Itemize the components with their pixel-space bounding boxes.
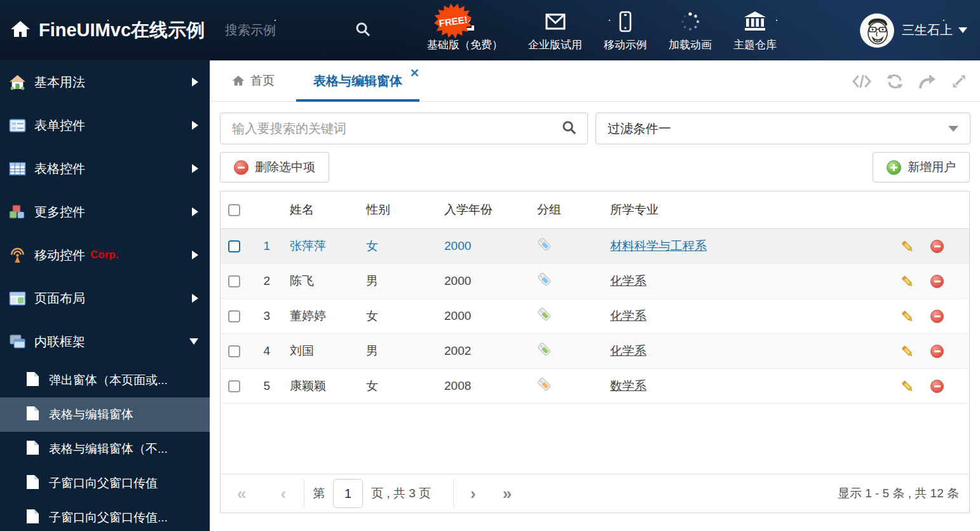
nav-mobile-demos[interactable]: 移动示例 [604,8,647,52]
cell-name: 董婷婷 [278,308,366,324]
cell-year: 2000 [444,274,537,288]
cell-gender: 男 [366,343,444,359]
major-link[interactable]: 化学系 [610,343,646,359]
nav-enterprise-trial[interactable]: 企业版试用 [528,8,582,52]
major-link[interactable]: 材料科学与工程系 [610,238,707,254]
chevron-down-icon [948,126,958,132]
column-header-year[interactable]: 入学年份 [444,202,537,218]
nav-loading-animations[interactable]: 加载动画 [669,8,712,52]
sidebar-item-grid-controls[interactable]: 表格控件 [0,147,210,190]
sidebar-item-mobile-controls[interactable]: 移动控件 Corp. [0,233,210,277]
header-search[interactable]: 搜索示例 [225,21,371,40]
sidebar-item-iframe[interactable]: 内联框架 [0,320,210,363]
tab-home[interactable]: 首页 [232,72,275,89]
user-caret-icon [958,27,967,33]
first-page-button[interactable]: « [237,485,246,502]
envelope-icon [544,8,567,35]
major-link[interactable]: 数学系 [610,378,646,394]
cell-name: 陈飞 [278,273,366,289]
table-row[interactable]: 5 康颖颖 女 2008 数学系 [221,369,969,404]
chevron-down-icon [189,338,198,345]
row-checkbox[interactable] [228,310,240,322]
delete-icon[interactable] [930,310,944,323]
edit-icon[interactable] [901,240,914,253]
cell-year: 2002 [444,344,537,358]
close-icon[interactable] [411,65,418,79]
select-all-checkbox[interactable] [228,204,240,216]
column-header-name[interactable]: 姓名 [278,202,366,218]
row-index: 3 [247,309,278,323]
grid-toolbar: 删除选中项 新增用户 [220,152,970,183]
column-header-major[interactable]: 所学专业 [610,202,880,218]
home-icon[interactable] [10,19,31,42]
share-icon[interactable] [918,73,936,90]
delete-icon[interactable] [930,380,944,393]
row-checkbox[interactable] [228,240,240,252]
major-link[interactable]: 化学系 [610,273,646,289]
filter-dropdown[interactable]: 过滤条件一 [595,113,970,144]
column-header-group[interactable]: 分组 [537,202,610,218]
table-icon [9,160,26,177]
delete-selected-button[interactable]: 删除选中项 [220,152,329,183]
home-tab-icon [232,74,245,87]
tab-bar: 首页 表格与编辑窗体 [210,60,980,102]
refresh-icon[interactable] [886,72,904,90]
row-checkbox[interactable] [228,345,240,357]
chevron-right-icon [192,294,198,303]
edit-icon[interactable] [901,275,914,288]
avatar[interactable] [860,13,894,48]
last-page-button[interactable]: » [503,485,512,502]
search-icon[interactable] [355,21,371,40]
cubes-icon [9,203,26,221]
table-row[interactable]: 3 董婷婷 女 2000 化学系 [221,299,969,334]
table-row[interactable]: 4 刘国 男 2002 化学系 [221,334,969,369]
expand-icon[interactable] [951,73,967,90]
table-row[interactable]: 1 张萍萍 女 2000 材料科学与工程系 [221,229,969,264]
file-icon [25,371,39,389]
table-row[interactable]: 2 陈飞 男 2000 化学系 [221,264,969,299]
file-icon [25,440,39,458]
sidebar-subitem-grid-edit-window[interactable]: 表格与编辑窗体 [0,397,210,432]
sidebar-subitem-child-to-parent-2[interactable]: 子窗口向父窗口传值... [0,500,210,531]
cell-gender: 女 [366,378,444,394]
page-number-input[interactable] [333,479,363,508]
keyword-search-box[interactable] [220,113,588,144]
sidebar-subitem-child-to-parent[interactable]: 子窗口向父窗口传值 [0,466,210,500]
cell-gender: 女 [366,308,444,324]
tag-icon [537,307,552,325]
sidebar-item-more-controls[interactable]: 更多控件 [0,190,210,233]
username: 三生石上 [902,22,953,39]
column-header-gender[interactable]: 性别 [366,202,444,218]
prev-page-button[interactable]: ‹ [280,485,286,502]
delete-icon[interactable] [930,275,944,288]
delete-icon[interactable] [930,345,944,358]
spinner-icon [679,8,702,35]
keyword-search-input[interactable] [221,121,561,136]
sidebar-subitem-grid-edit-window-2[interactable]: 表格与编辑窗体（不... [0,432,210,466]
row-index: 1 [247,239,278,253]
file-icon [25,509,39,527]
edit-icon[interactable] [901,345,914,358]
bank-icon [743,8,767,35]
sidebar-item-page-layout[interactable]: 页面布局 [0,277,210,320]
sidebar-item-form-controls[interactable]: 表单控件 [0,104,210,147]
major-link[interactable]: 化学系 [610,308,646,324]
search-icon[interactable] [561,120,577,138]
row-checkbox[interactable] [228,380,240,392]
chevron-right-icon [192,164,198,173]
edit-icon[interactable] [901,310,914,323]
windows-icon [9,333,26,350]
row-checkbox[interactable] [228,275,240,287]
nav-theme-repo[interactable]: 主题仓库 [733,8,777,52]
next-page-button[interactable]: › [470,485,476,502]
delete-icon[interactable] [930,240,944,253]
edit-icon[interactable] [901,380,914,393]
sidebar-item-basic-usage[interactable]: 基本用法 [0,60,210,104]
cell-year: 2008 [444,379,537,393]
tab-grid-edit-window[interactable]: 表格与编辑窗体 [296,60,419,102]
row-index: 2 [247,274,278,288]
sidebar-subitem-popup-window[interactable]: 弹出窗体（本页面或... [0,363,210,397]
add-user-button[interactable]: 新增用户 [873,152,970,183]
source-code-icon[interactable] [852,74,871,89]
user-menu[interactable]: 三生石上 [860,13,967,48]
